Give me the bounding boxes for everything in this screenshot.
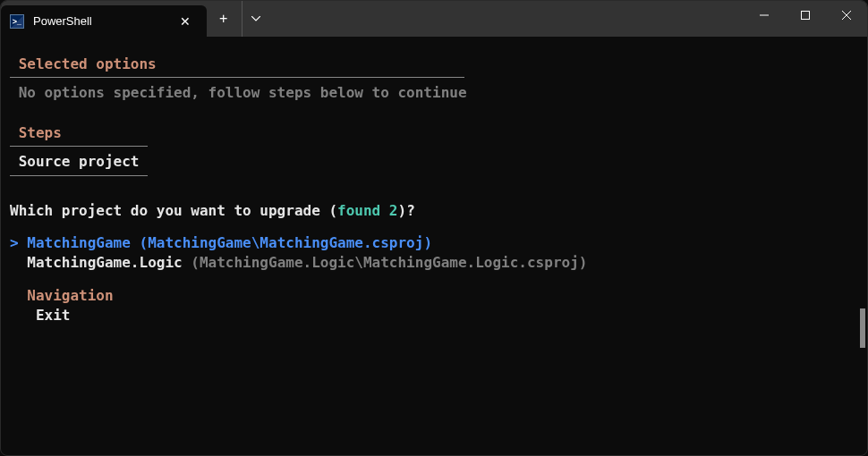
divider: [10, 77, 464, 78]
prompt-line: Which project do you want to upgrade (fo…: [10, 201, 858, 221]
selected-options-header: Selected options: [19, 55, 157, 72]
close-icon: [842, 11, 851, 20]
tab-close-button[interactable]: ✕: [174, 13, 196, 30]
new-tab-button[interactable]: +: [207, 1, 240, 37]
svg-rect-1: [802, 12, 810, 20]
divider: [10, 175, 148, 176]
selected-options-message: No options specified, follow steps below…: [19, 84, 467, 101]
divider: [10, 146, 148, 147]
tab-powershell[interactable]: >_ PowerShell ✕: [1, 5, 207, 37]
tab-dropdown-button[interactable]: [242, 1, 269, 37]
minimize-icon: [760, 11, 769, 20]
terminal-content[interactable]: Selected options No options specified, f…: [1, 37, 867, 455]
navigation-exit[interactable]: Exit: [10, 306, 858, 325]
tab-title: PowerShell: [33, 14, 174, 28]
close-button[interactable]: [826, 1, 867, 30]
option-selected[interactable]: > MatchingGame (MatchingGame\MatchingGam…: [10, 233, 858, 253]
powershell-icon: >_: [10, 14, 24, 29]
steps-header: Steps: [19, 124, 62, 141]
navigation-header: Navigation: [27, 287, 113, 304]
step-item: Source project: [19, 153, 140, 170]
option-item[interactable]: MatchingGame.Logic (MatchingGame.Logic\M…: [10, 253, 858, 273]
chevron-down-icon: [251, 16, 260, 21]
minimize-button[interactable]: [744, 1, 785, 30]
scrollbar-thumb[interactable]: [860, 308, 865, 348]
window-controls: [744, 1, 867, 37]
maximize-button[interactable]: [785, 1, 826, 30]
titlebar: >_ PowerShell ✕ +: [1, 1, 867, 37]
maximize-icon: [801, 11, 810, 20]
